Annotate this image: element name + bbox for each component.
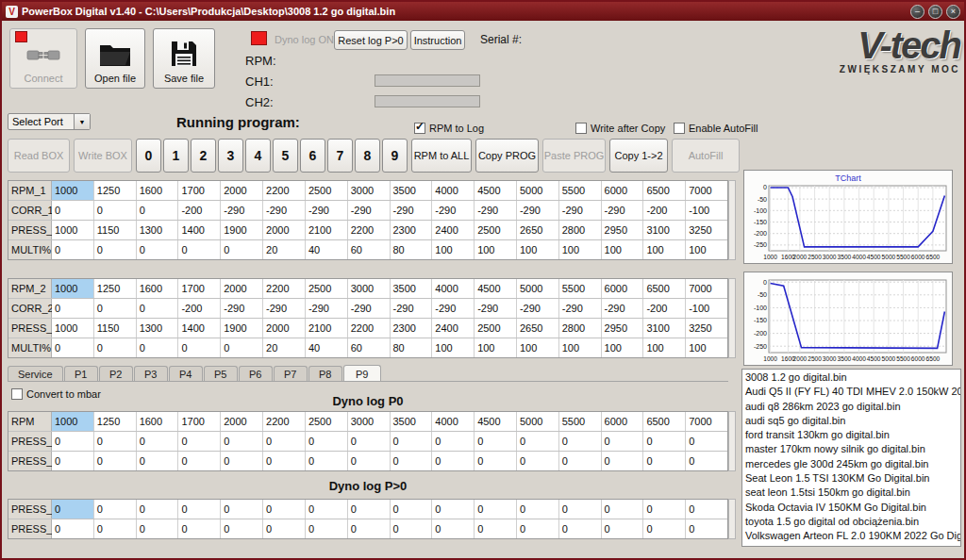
grid-cell[interactable]: 2200 [263,279,306,298]
grid-cell[interactable]: 0 [137,240,179,259]
grid-cell[interactable]: 1600 [137,412,179,431]
copy-prog-button[interactable]: Copy PROG [475,139,539,173]
grid-cell[interactable]: 6500 [643,181,686,200]
grid-cell[interactable]: 0 [52,452,94,470]
tab-p1[interactable]: P1 [64,366,98,382]
grid-cell[interactable]: 0 [475,452,517,470]
grid-cell[interactable]: 0 [686,452,727,470]
grid-cell[interactable]: -290 [559,299,602,318]
grid-cell[interactable]: 2650 [517,319,559,338]
grid-cell[interactable]: 0 [348,519,391,538]
grid-cell[interactable]: 100 [686,338,727,357]
grid-cell[interactable]: -290 [475,201,517,220]
grid-cell[interactable]: -100 [686,299,727,318]
grid-cell[interactable]: 2500 [475,319,517,338]
grid-cell[interactable]: -290 [221,299,263,318]
grid-cell[interactable]: 1700 [178,279,221,298]
grid-cell[interactable]: -290 [517,201,559,220]
checkbox-box[interactable]: ✓ [414,123,425,134]
grid-cell[interactable]: -290 [221,201,263,220]
grid-cell[interactable]: 0 [178,338,221,357]
tab-p6[interactable]: P6 [239,366,273,382]
grid-cell[interactable]: 0 [559,432,602,451]
tab-p4[interactable]: P4 [169,366,203,382]
grid-cell[interactable]: 100 [559,338,602,357]
open-file-button[interactable]: Open file [85,28,145,89]
grid-cell[interactable]: 0 [94,500,137,519]
tab-p2[interactable]: P2 [99,366,133,382]
grid-cell[interactable]: 2400 [432,319,475,338]
grid-cell[interactable]: 0 [686,432,727,451]
grid-cell[interactable]: 0 [686,519,727,538]
grid-cell[interactable]: -290 [348,299,391,318]
tab-p3[interactable]: P3 [134,366,168,382]
file-list-item[interactable]: seat leon 1.5tsi 150km go digital.bin [742,486,960,500]
grid-cell[interactable]: 0 [52,338,94,357]
rpm-to-all-button[interactable]: RPM to ALL [411,139,472,173]
grid-cell[interactable]: 4500 [475,181,517,200]
grid-cell[interactable]: 6000 [602,279,644,298]
grid-cell[interactable]: 0 [348,500,391,519]
tab-p7[interactable]: P7 [274,366,308,382]
grid-cell[interactable]: 0 [52,500,94,519]
reset-log-button[interactable]: Reset log P>0 [334,30,408,50]
title-bar[interactable]: V PowerBox Digital v1.40 - C:\Users\Prod… [2,2,964,21]
grid-cell[interactable]: 2500 [306,181,348,200]
grid-cell[interactable]: 1700 [178,181,221,200]
grid-cell[interactable]: 0 [137,338,179,357]
grid-cell[interactable]: 0 [178,240,221,259]
grid-cell[interactable]: 0 [52,432,94,451]
grid-cell[interactable]: 2000 [221,279,263,298]
table-scrollbar[interactable] [728,180,736,260]
grid-cell[interactable]: 100 [432,240,475,259]
grid-cell[interactable]: 0 [221,240,263,259]
grid-cell[interactable]: 20 [263,240,306,259]
grid-cell[interactable]: 60 [348,240,391,259]
grid-cell[interactable]: 100 [432,338,475,357]
grid-cell[interactable]: 2500 [475,221,517,239]
grid-cell[interactable]: 0 [391,500,433,519]
grid-cell[interactable]: 0 [137,519,179,538]
tab-service[interactable]: Service [8,366,63,382]
grid-cell[interactable]: 7000 [686,412,727,431]
grid-cell[interactable]: 100 [517,240,559,259]
grid-cell[interactable]: 0 [94,432,137,451]
grid-cell[interactable]: 7000 [686,279,727,298]
tab-p5[interactable]: P5 [204,366,238,382]
grid-cell[interactable]: 3100 [643,319,686,338]
grid-cell[interactable]: 1300 [137,221,179,239]
grid-cell[interactable]: 0 [432,500,475,519]
grid-cell[interactable]: 0 [432,452,475,470]
grid-cell[interactable]: 6500 [643,412,686,431]
digit-button-1[interactable]: 1 [163,139,189,173]
grid-cell[interactable]: 0 [94,519,137,538]
digit-button-5[interactable]: 5 [273,139,298,173]
grid-cell[interactable]: -290 [475,299,517,318]
grid-cell[interactable]: 100 [686,240,727,259]
grid-cell[interactable]: 0 [517,500,559,519]
file-list-item[interactable]: Volkswagen Arteon FL 2.0 190KM 2022 Go D… [742,529,960,543]
grid-cell[interactable]: 2500 [306,412,348,431]
paste-prog-button[interactable]: Paste PROG [542,139,606,173]
grid-cell[interactable]: 5500 [559,412,602,431]
grid-cell[interactable]: 0 [137,432,179,451]
grid-cell[interactable]: 0 [263,432,306,451]
enable-autofill-checkbox[interactable]: Enable AutoFill [674,123,758,134]
read-box-button[interactable]: Read BOX [8,139,70,173]
maximize-button[interactable]: □ [928,5,942,19]
grid-cell[interactable]: 2000 [263,319,306,338]
digit-button-2[interactable]: 2 [191,139,216,173]
grid-cell[interactable]: -290 [391,201,433,220]
grid-cell[interactable]: 0 [52,299,94,318]
grid-cell[interactable]: 4500 [475,412,517,431]
grid-cell[interactable]: 0 [306,500,348,519]
grid-cell[interactable]: 1900 [221,221,263,239]
grid-cell[interactable]: 100 [602,338,644,357]
grid-cell[interactable]: 1000 [52,412,94,431]
grid-cell[interactable]: 0 [178,432,221,451]
chevron-down-icon[interactable]: ▼ [74,114,90,129]
grid-cell[interactable]: 2650 [517,221,559,239]
grid-cell[interactable]: 0 [643,519,686,538]
grid-cell[interactable]: 4000 [432,412,475,431]
grid-cell[interactable]: 0 [348,452,391,470]
